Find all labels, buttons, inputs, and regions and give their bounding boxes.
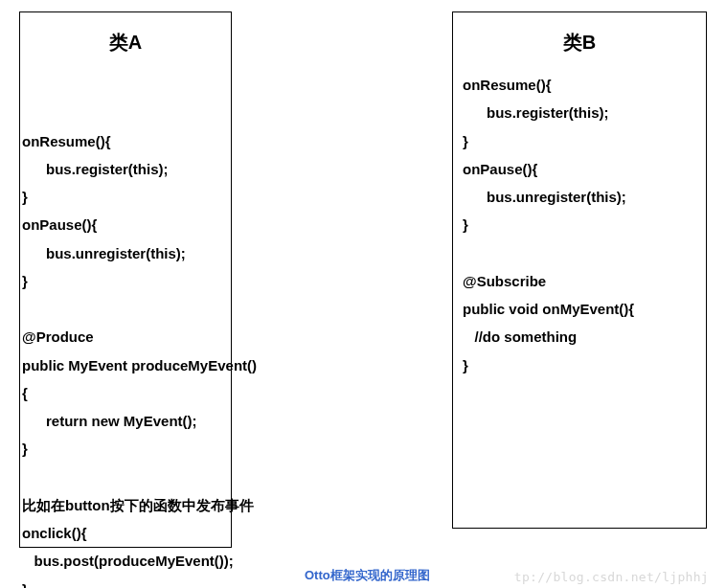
class-a-title: 类A [30,30,221,56]
diagram-container: 类A onResume(){ bus.register(this); } onP… [0,0,726,559]
class-a-box: 类A onResume(){ bus.register(this); } onP… [19,11,232,548]
class-b-code: onResume(){ bus.register(this); } onPaus… [463,71,696,379]
class-a-code: onResume(){ bus.register(this); } onPaus… [22,127,309,589]
diagram-caption: Otto框架实现的原理图 [305,567,430,584]
watermark-text: tp://blog.csdn.net/ljphhj [514,570,709,584]
class-a-code-wrapper: onResume(){ bus.register(this); } onPaus… [30,71,221,588]
class-b-title: 类B [463,30,696,56]
class-b-box: 类B onResume(){ bus.register(this); } onP… [452,11,707,529]
